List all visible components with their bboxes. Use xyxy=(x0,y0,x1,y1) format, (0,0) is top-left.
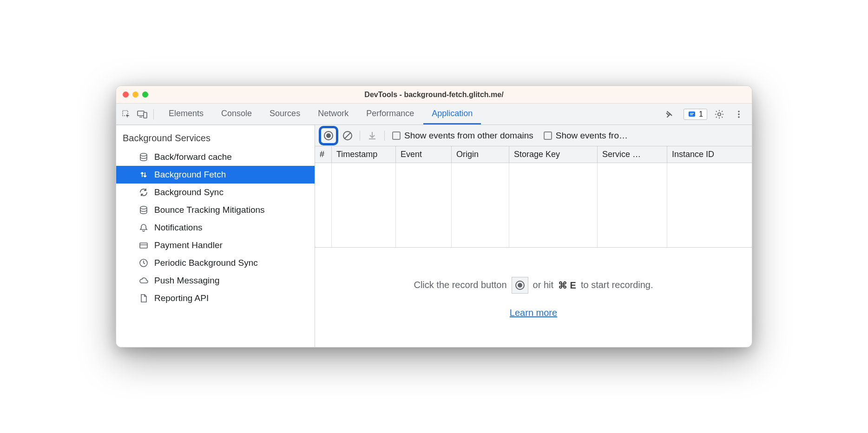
titlebar: DevTools - background-fetch.glitch.me/ xyxy=(116,86,752,104)
issues-count: 1 xyxy=(699,110,703,118)
sync-icon xyxy=(138,187,149,197)
sidebar-item-background-sync[interactable]: Background Sync xyxy=(116,184,315,201)
sidebar-item-label: Reporting API xyxy=(154,293,209,303)
maximize-window-button[interactable] xyxy=(142,92,148,98)
column-instance-id[interactable]: Instance ID xyxy=(667,146,752,163)
minimize-window-button[interactable] xyxy=(132,92,138,98)
panel-tabs: Elements Console Sources Network Perform… xyxy=(160,104,481,125)
svg-point-7 xyxy=(718,112,721,115)
close-window-button[interactable] xyxy=(123,92,129,98)
sidebar-section-title: Background Services xyxy=(116,125,315,148)
svg-point-8 xyxy=(738,111,740,112)
issues-icon xyxy=(688,110,696,118)
record-icon xyxy=(323,131,334,141)
svg-point-9 xyxy=(738,113,740,115)
main-content: Show events from other domains Show even… xyxy=(315,125,752,347)
file-icon xyxy=(138,293,149,303)
column-origin[interactable]: Origin xyxy=(452,146,509,163)
inline-record-icon xyxy=(512,277,528,294)
checkbox-label: Show events fro… xyxy=(556,131,628,141)
checkbox-icon xyxy=(544,131,552,140)
main-tabbar: Elements Console Sources Network Perform… xyxy=(116,104,752,125)
window-title: DevTools - background-fetch.glitch.me/ xyxy=(116,91,752,99)
learn-more-link[interactable]: Learn more xyxy=(510,308,557,318)
save-button[interactable] xyxy=(365,128,380,143)
empty-state: Click the record button or hit ⌘ E to st… xyxy=(315,248,752,347)
sidebar-item-back-forward-cache[interactable]: Back/forward cache xyxy=(116,148,315,166)
events-table-header: # Timestamp Event Origin Storage Key Ser… xyxy=(315,146,752,163)
svg-point-12 xyxy=(140,206,147,209)
sidebar-item-notifications[interactable]: Notifications xyxy=(116,219,315,236)
checkbox-icon xyxy=(392,131,401,140)
svg-rect-1 xyxy=(138,111,144,116)
tab-application[interactable]: Application xyxy=(423,104,481,125)
cloud-icon xyxy=(138,276,149,286)
application-sidebar: Background Services Back/forward cache B… xyxy=(116,125,315,347)
column-storage-key[interactable]: Storage Key xyxy=(509,146,598,163)
sidebar-item-background-fetch[interactable]: Background Fetch xyxy=(116,166,315,184)
svg-rect-4 xyxy=(689,112,695,117)
database-icon xyxy=(138,205,149,215)
svg-line-19 xyxy=(345,133,350,138)
clear-icon xyxy=(342,131,353,141)
sidebar-item-label: Periodic Background Sync xyxy=(154,258,258,268)
events-toolbar: Show events from other domains Show even… xyxy=(315,125,752,146)
sidebar-item-reporting-api[interactable]: Reporting API xyxy=(116,289,315,307)
updown-arrows-icon xyxy=(138,170,149,180)
hint-shortcut: ⌘ E xyxy=(558,280,576,291)
hint-text-pre: Click the record button xyxy=(414,280,506,290)
events-table-body xyxy=(315,163,752,248)
column-index[interactable]: # xyxy=(315,146,332,163)
download-icon xyxy=(367,131,377,141)
traffic-lights xyxy=(116,92,148,98)
card-icon xyxy=(138,240,149,250)
sidebar-item-payment-handler[interactable]: Payment Handler xyxy=(116,236,315,254)
more-tabs-button[interactable] xyxy=(660,107,679,122)
sidebar-item-label: Notifications xyxy=(154,223,203,233)
tab-performance[interactable]: Performance xyxy=(358,104,422,125)
sidebar-item-bounce-tracking[interactable]: Bounce Tracking Mitigations xyxy=(116,201,315,219)
svg-point-17 xyxy=(326,133,331,138)
hint-text-post1: or hit xyxy=(533,280,553,290)
show-other-domains-checkbox[interactable]: Show events from other domains xyxy=(392,131,533,141)
sidebar-item-label: Payment Handler xyxy=(154,240,223,250)
sidebar-item-label: Background Sync xyxy=(154,187,224,197)
sidebar-item-label: Bounce Tracking Mitigations xyxy=(154,205,265,215)
column-event[interactable]: Event xyxy=(396,146,452,163)
svg-rect-3 xyxy=(144,112,147,118)
divider xyxy=(360,131,360,141)
divider xyxy=(153,109,154,119)
sidebar-item-label: Push Messaging xyxy=(154,276,219,286)
clock-icon xyxy=(138,258,149,268)
hint-text-post2: to start recording. xyxy=(581,280,653,290)
record-button-highlight xyxy=(319,126,338,145)
devtools-window: DevTools - background-fetch.glitch.me/ E… xyxy=(116,85,752,348)
device-toggle-icon[interactable] xyxy=(135,107,150,122)
show-events-from-checkbox[interactable]: Show events fro… xyxy=(544,131,628,141)
tab-elements[interactable]: Elements xyxy=(160,104,212,125)
column-service-worker[interactable]: Service … xyxy=(598,146,667,163)
sidebar-item-label: Background Fetch xyxy=(154,170,226,180)
panel-body: Background Services Back/forward cache B… xyxy=(116,125,752,347)
tab-network[interactable]: Network xyxy=(309,104,357,125)
sidebar-item-push-messaging[interactable]: Push Messaging xyxy=(116,272,315,289)
more-menu-icon[interactable] xyxy=(731,107,746,122)
svg-point-10 xyxy=(738,116,740,118)
bell-icon xyxy=(138,223,149,233)
tab-sources[interactable]: Sources xyxy=(261,104,309,125)
divider xyxy=(384,131,385,141)
sidebar-item-label: Back/forward cache xyxy=(154,152,232,162)
sidebar-item-periodic-sync[interactable]: Periodic Background Sync xyxy=(116,254,315,272)
inspect-icon[interactable] xyxy=(119,107,134,122)
database-icon xyxy=(138,152,149,162)
empty-hint: Click the record button or hit ⌘ E to st… xyxy=(414,277,653,294)
svg-point-21 xyxy=(518,283,522,288)
column-timestamp[interactable]: Timestamp xyxy=(332,146,396,163)
checkbox-label: Show events from other domains xyxy=(404,131,533,141)
tab-console[interactable]: Console xyxy=(213,104,260,125)
svg-rect-13 xyxy=(140,243,147,248)
settings-icon[interactable] xyxy=(712,107,727,122)
record-button[interactable] xyxy=(322,129,335,142)
issues-badge[interactable]: 1 xyxy=(684,109,707,120)
clear-button[interactable] xyxy=(340,128,355,143)
